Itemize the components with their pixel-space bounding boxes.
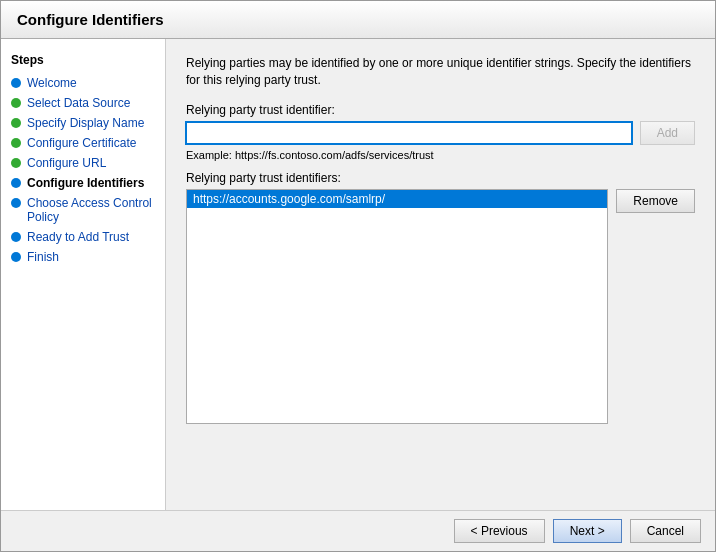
sidebar: Steps Welcome Select Data Source Specify… [1, 39, 166, 510]
remove-button[interactable]: Remove [616, 189, 695, 213]
sidebar-item-label: Configure URL [27, 156, 106, 170]
sidebar-item-configure-certificate[interactable]: Configure Certificate [1, 133, 165, 153]
sidebar-item-configure-identifiers[interactable]: Configure Identifiers [1, 173, 165, 193]
dot-icon [11, 178, 21, 188]
description-text: Relying parties may be identified by one… [186, 55, 695, 89]
configure-identifiers-dialog: Configure Identifiers Steps Welcome Sele… [0, 0, 716, 552]
dialog-title: Configure Identifiers [1, 1, 715, 39]
identifiers-listbox[interactable]: https://accounts.google.com/samlrp/ [186, 189, 608, 424]
sidebar-item-specify-display-name[interactable]: Specify Display Name [1, 113, 165, 133]
steps-label: Steps [1, 49, 165, 73]
sidebar-item-label: Configure Certificate [27, 136, 136, 150]
list-item[interactable]: https://accounts.google.com/samlrp/ [187, 190, 607, 208]
add-button[interactable]: Add [640, 121, 695, 145]
dot-icon [11, 198, 21, 208]
sidebar-item-ready-to-add-trust[interactable]: Ready to Add Trust [1, 227, 165, 247]
sidebar-item-welcome[interactable]: Welcome [1, 73, 165, 93]
sidebar-item-label: Configure Identifiers [27, 176, 144, 190]
sidebar-item-configure-url[interactable]: Configure URL [1, 153, 165, 173]
dialog-footer: < Previous Next > Cancel [1, 510, 715, 551]
dot-icon [11, 232, 21, 242]
dot-icon [11, 118, 21, 128]
cancel-button[interactable]: Cancel [630, 519, 701, 543]
dialog-body: Steps Welcome Select Data Source Specify… [1, 39, 715, 510]
previous-button[interactable]: < Previous [454, 519, 545, 543]
sidebar-item-label: Finish [27, 250, 59, 264]
sidebar-item-label: Specify Display Name [27, 116, 144, 130]
identifier-label: Relying party trust identifier: [186, 103, 695, 117]
identifiers-list-row: https://accounts.google.com/samlrp/ Remo… [186, 189, 695, 424]
next-button[interactable]: Next > [553, 519, 622, 543]
sidebar-item-label: Select Data Source [27, 96, 130, 110]
dot-icon [11, 78, 21, 88]
sidebar-item-label: Choose Access Control Policy [27, 196, 155, 224]
sidebar-item-label: Ready to Add Trust [27, 230, 129, 244]
identifiers-list-label: Relying party trust identifiers: [186, 171, 695, 185]
example-text: Example: https://fs.contoso.com/adfs/ser… [186, 149, 695, 161]
identifier-input[interactable] [186, 122, 632, 144]
sidebar-item-choose-access-control[interactable]: Choose Access Control Policy [1, 193, 165, 227]
dot-icon [11, 158, 21, 168]
dot-icon [11, 98, 21, 108]
sidebar-item-finish[interactable]: Finish [1, 247, 165, 267]
identifier-input-row: Add [186, 121, 695, 145]
sidebar-item-select-data-source[interactable]: Select Data Source [1, 93, 165, 113]
dot-icon [11, 138, 21, 148]
sidebar-item-label: Welcome [27, 76, 77, 90]
main-content: Relying parties may be identified by one… [166, 39, 715, 510]
dot-icon [11, 252, 21, 262]
